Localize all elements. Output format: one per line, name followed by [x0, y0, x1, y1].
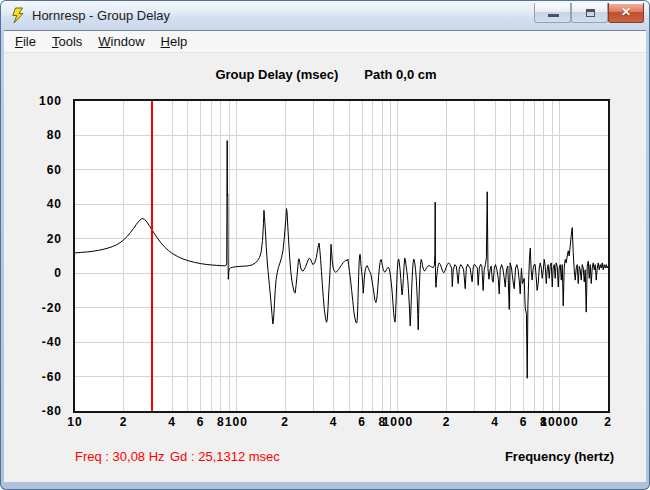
x-tick-label: 6	[197, 415, 205, 429]
maximize-button[interactable]	[571, 3, 608, 23]
client-area: File Tools Window Help Group Delay (msec…	[4, 30, 646, 482]
close-button[interactable]: ✕	[608, 3, 644, 23]
x-tick-label: 8	[217, 415, 225, 429]
y-tick-label: 0	[4, 266, 62, 280]
x-tick-label: 10	[67, 415, 82, 429]
maximize-icon	[586, 9, 595, 17]
close-icon: ✕	[609, 5, 643, 19]
x-tick-label: 6	[520, 415, 528, 429]
menu-item-tools[interactable]: Tools	[44, 32, 90, 51]
x-axis-title: Frequency (hertz)	[505, 449, 614, 464]
menu-item-file[interactable]: File	[7, 32, 44, 51]
app-lightning-icon[interactable]	[10, 7, 27, 24]
chart-title-main: Group Delay (msec)	[215, 67, 338, 82]
y-tick-label: -20	[4, 301, 62, 315]
cursor-freq-readout: Freq : 30,08 Hz	[75, 449, 165, 464]
x-axis-labels: 102468100246810002468100002	[75, 415, 608, 431]
y-tick-label: 40	[4, 197, 62, 211]
y-tick-label: 60	[4, 163, 62, 177]
chart-path-label: Path 0,0 cm	[364, 67, 436, 82]
cursor-gd-readout: Gd : 25,1312 msec	[170, 449, 280, 464]
x-tick-label: 2	[604, 415, 612, 429]
minimize-button[interactable]	[534, 3, 571, 23]
y-tick-label: 20	[4, 232, 62, 246]
plot-svg	[75, 101, 608, 411]
menu-bar: File Tools Window Help	[4, 30, 646, 53]
x-tick-label: 4	[491, 415, 499, 429]
x-tick-label: 6	[358, 415, 366, 429]
menu-item-window[interactable]: Window	[90, 32, 152, 51]
x-tick-label: 1000	[383, 415, 414, 429]
y-tick-label: 100	[4, 94, 62, 108]
plot-area[interactable]	[73, 99, 610, 413]
caption-buttons: ✕	[534, 3, 644, 23]
y-tick-label: -40	[4, 335, 62, 349]
x-tick-label: 4	[330, 415, 338, 429]
chart-title: Group Delay (msec)Path 0,0 cm	[215, 67, 436, 82]
x-tick-label: 2	[281, 415, 289, 429]
x-tick-label: 4	[168, 415, 176, 429]
menu-item-help[interactable]: Help	[153, 32, 196, 51]
x-tick-label: 10000	[540, 415, 578, 429]
y-axis-labels: 100806040200-20-40-60-80	[4, 101, 67, 413]
app-window: Hornresp - Group Delay ✕ File Tools Wind…	[0, 0, 650, 490]
x-tick-label: 100	[225, 415, 248, 429]
y-tick-label: 80	[4, 128, 62, 142]
x-tick-label: 2	[120, 415, 128, 429]
minimize-icon	[548, 14, 559, 17]
window-title: Hornresp - Group Delay	[32, 8, 170, 23]
titlebar[interactable]: Hornresp - Group Delay ✕	[1, 1, 649, 30]
y-tick-label: -80	[4, 404, 62, 418]
y-tick-label: -60	[4, 370, 62, 384]
x-tick-label: 2	[443, 415, 451, 429]
